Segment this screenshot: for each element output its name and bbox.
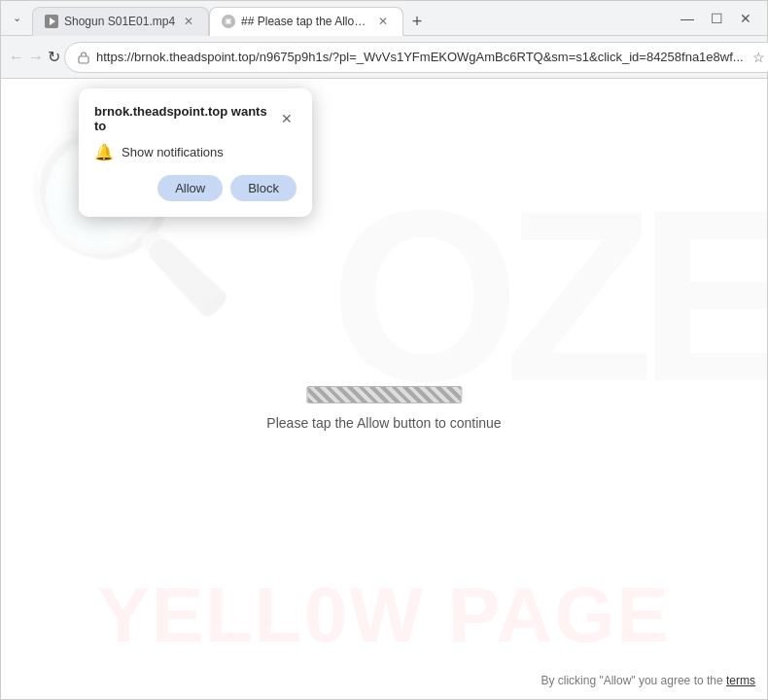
tab-shogun-label: Shogun S01E01.mp4 — [64, 15, 175, 28]
video-icon — [45, 15, 58, 28]
tab-adspoint-label: ## Please tap the Allow button... — [241, 15, 369, 28]
popup-close-button[interactable]: ✕ — [278, 109, 297, 128]
center-content: Please tap the Allow button to continue — [266, 386, 501, 431]
watermark-bottom: YELL0W PAGE — [1, 571, 767, 660]
window-controls-left: ⌄ — [9, 11, 24, 26]
popup-title: brnok.theadspoint.top wants to — [94, 104, 278, 133]
tab-loading-icon: ▣ — [222, 15, 235, 28]
bookmark-icon[interactable]: ☆ — [750, 48, 768, 67]
nav-bar: ← → ↻ https://brnok.theadspoint.top/n967… — [1, 36, 767, 79]
url-display: https://brnok.theadspoint.top/n9675p9h1s… — [96, 50, 744, 64]
tab-shogun-close[interactable]: ✕ — [181, 14, 196, 29]
popup-notification-row: 🔔 Show notifications — [94, 143, 297, 161]
tab-adspoint-close[interactable]: ✕ — [375, 14, 391, 29]
back-button[interactable]: ← — [9, 42, 24, 73]
notification-popup: brnok.theadspoint.top wants to ✕ 🔔 Show … — [79, 88, 312, 217]
page-content: 🔍 OZE YELL0W PAGE Please tap the Allow b… — [1, 79, 767, 699]
allow-button[interactable]: Allow — [157, 175, 223, 201]
popup-header: brnok.theadspoint.top wants to ✕ — [94, 104, 297, 133]
notification-bell-icon: 🔔 — [94, 143, 114, 161]
terms-link[interactable]: terms — [726, 674, 755, 687]
close-button[interactable]: ✕ — [732, 5, 759, 32]
popup-buttons: Allow Block — [94, 175, 297, 201]
reload-button[interactable]: ↻ — [48, 42, 60, 73]
new-tab-button[interactable]: + — [403, 9, 431, 36]
address-bar[interactable]: https://brnok.theadspoint.top/n9675p9h1s… — [64, 42, 768, 73]
tab-shogun[interactable]: Shogun S01E01.mp4 ✕ — [32, 7, 209, 36]
address-bar-icons: ☆ — [750, 48, 768, 67]
bottom-notice: By clicking "Allow" you agree to the ter… — [541, 674, 755, 687]
notification-text: Show notifications — [122, 145, 224, 159]
tabs-bar: Shogun S01E01.mp4 ✕ ▣ ## Please tap the … — [32, 1, 674, 36]
minimize-button[interactable]: — — [674, 5, 701, 32]
browser-window: ⌄ Shogun S01E01.mp4 ✕ ▣ ## Please tap th… — [0, 0, 768, 700]
forward-button[interactable]: → — [28, 42, 44, 73]
maximize-button[interactable]: ☐ — [703, 5, 730, 32]
block-button[interactable]: Block — [230, 175, 297, 201]
bottom-notice-text: By clicking "Allow" you agree to the — [541, 674, 722, 687]
progress-bar — [306, 386, 462, 403]
page-instruction: Please tap the Allow button to continue — [266, 415, 501, 431]
window-controls-right: — ☐ ✕ — [674, 5, 759, 32]
title-bar: ⌄ Shogun S01E01.mp4 ✕ ▣ ## Please tap th… — [1, 1, 767, 36]
svg-rect-2 — [79, 56, 88, 63]
tab-adspoint[interactable]: ▣ ## Please tap the Allow button... ✕ — [209, 7, 403, 36]
lock-icon — [77, 51, 90, 64]
chevron-down-icon[interactable]: ⌄ — [9, 11, 24, 26]
